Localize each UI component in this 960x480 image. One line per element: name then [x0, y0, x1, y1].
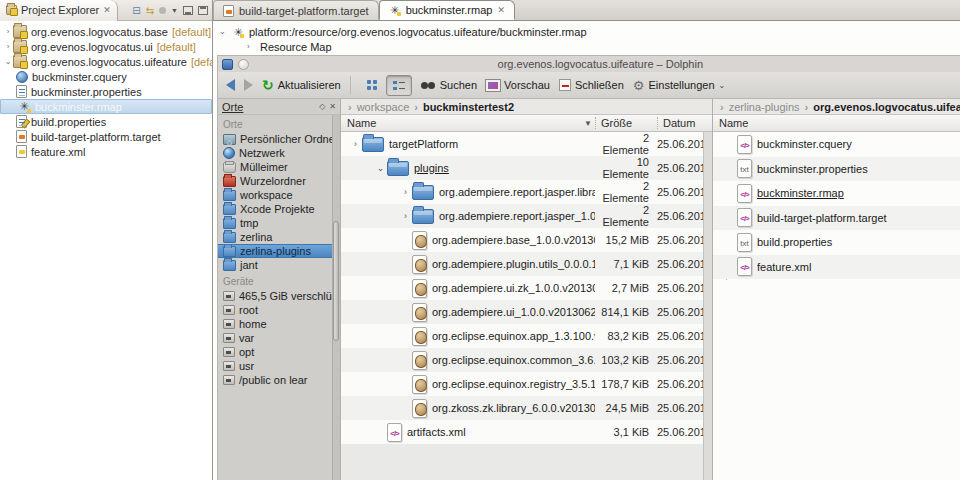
file-name: org.adempiere.base_1.0.0.v20130625-...	[432, 234, 595, 246]
maximize-icon[interactable]	[198, 6, 208, 15]
file-row[interactable]: org.eclipse.equinox.registry_3.5.101.R..…	[341, 372, 712, 396]
device-public-lear[interactable]: /public on lear	[218, 373, 340, 387]
place-jant[interactable]: jant	[218, 258, 340, 272]
file-row-plugins[interactable]: ⌄ plugins 10 Elemente 25.06.2013 1	[341, 156, 712, 180]
back-icon[interactable]	[226, 79, 235, 91]
column-date[interactable]: Datum	[657, 117, 712, 129]
close-icon[interactable]: ✕	[103, 5, 111, 15]
project-explorer-tab[interactable]: Project Explorer ✕	[0, 0, 118, 21]
outline-root-row[interactable]: ⌄ ✳ platform:/resource/org.evenos.logvoc…	[213, 24, 960, 39]
file-row-target[interactable]: build-target-platform.target	[713, 206, 960, 231]
place-home[interactable]: Persönlicher Ordner	[218, 132, 340, 146]
place-network[interactable]: Netzwerk	[218, 146, 340, 160]
expander-icon[interactable]: ›	[247, 42, 255, 51]
forward-icon[interactable]	[244, 79, 253, 91]
file-row[interactable]: org.adempiere.base_1.0.0.v20130625-... 1…	[341, 228, 712, 252]
expander-icon[interactable]: ›	[399, 187, 412, 197]
expander-icon[interactable]: ⌄	[374, 163, 387, 173]
minimize-icon[interactable]	[183, 6, 193, 15]
refresh-button[interactable]: ↻ Aktualisieren	[262, 78, 341, 92]
close-icon[interactable]: ✕	[497, 5, 505, 15]
breadcrumb-workspace[interactable]: workspace	[357, 101, 410, 113]
jar-file-icon	[412, 255, 427, 274]
icon-view-button[interactable]	[360, 75, 386, 96]
column-name[interactable]: Name▼	[341, 117, 595, 129]
tree-item-target[interactable]: build-target-platform.target	[0, 129, 212, 144]
file-row-buckminster-properties[interactable]: buckminster.properties	[713, 157, 960, 182]
settings-button[interactable]: ⚙ Einstellungen ⌄	[633, 79, 725, 92]
tree-item-ui[interactable]: › org.evenos.logvocatus.ui [default]	[0, 39, 212, 54]
device-opt[interactable]: opt	[218, 345, 340, 359]
file-row[interactable]: org.adempiere.ui.zk_1.0.0.v20130625-... …	[341, 276, 712, 300]
file-row[interactable]: org.eclipse.equinox.common_3.6.0.v2... 1…	[341, 348, 712, 372]
tree-item-base[interactable]: › org.evenos.logvocatus.base [default]	[0, 24, 212, 39]
editor-tab-target[interactable]: build-target-platform.target	[213, 0, 379, 20]
close-split-button[interactable]: Schließen	[559, 79, 624, 91]
place-zerlina-plugins-selected[interactable]: zerlina-plugins	[218, 244, 340, 258]
tree-item-cquery[interactable]: buckminster.cquery	[0, 69, 212, 84]
file-row-targetplatform[interactable]: › targetPlatform 2 Elemente 25.06.2013 1	[341, 132, 712, 156]
places-scrollbar[interactable]	[332, 115, 340, 480]
place-workspace[interactable]: workspace	[218, 188, 340, 202]
link-with-editor-icon[interactable]: ⇆	[146, 5, 154, 16]
expander-icon[interactable]: ⌄	[3, 57, 13, 66]
device-encrypted[interactable]: 465,5 GiB verschlüsselter C	[218, 289, 340, 303]
file-row[interactable]: › org.adempiere.report.jasper_1.0.0.v2..…	[341, 204, 712, 228]
editor-tab-rmap[interactable]: ✳ buckminster.rmap ✕	[379, 0, 515, 20]
collapse-all-icon[interactable]: ⊟	[132, 5, 140, 16]
file-row[interactable]: org.adempiere.plugin.utils_0.0.0.1.jar 7…	[341, 252, 712, 276]
place-label: workspace	[240, 189, 293, 201]
file-row-rmap[interactable]: buckminster.rmap	[713, 181, 960, 206]
file-row[interactable]: › org.adempiere.report.jasper.library_1.…	[341, 180, 712, 204]
column-size[interactable]: Größe	[595, 117, 657, 129]
place-tmp[interactable]: tmp	[218, 216, 340, 230]
tree-item-rmap-selected[interactable]: ✳ buckminster.rmap	[0, 99, 212, 114]
place-root-folder[interactable]: Wurzelordner	[218, 174, 340, 188]
tree-item-build-properties[interactable]: build.properties	[0, 114, 212, 129]
breadcrumb-zerlina-plugins[interactable]: zerlina-plugins	[729, 101, 800, 113]
rmap-file-icon: ✳	[232, 26, 244, 38]
view-menu-icon[interactable]	[159, 7, 166, 14]
tree-item-properties[interactable]: buckminster.properties	[0, 84, 212, 99]
search-icon	[421, 81, 436, 90]
dropdown-menu-icon[interactable]: ▼	[171, 7, 178, 14]
place-trash[interactable]: Mülleimer	[218, 160, 340, 174]
device-root[interactable]: root	[218, 303, 340, 317]
file-row-artifacts[interactable]: artifacts.xml 3,1 KiB 25.06.2013 1	[341, 420, 712, 444]
column-name[interactable]: Name	[713, 117, 960, 129]
place-xcode[interactable]: Xcode Projekte	[218, 202, 340, 216]
file-row-build-properties[interactable]: build.properties	[713, 230, 960, 255]
device-home[interactable]: home	[218, 317, 340, 331]
float-panel-icon[interactable]: ◇	[319, 102, 325, 111]
outline-child-row[interactable]: › Resource Map	[213, 39, 960, 54]
device-usr[interactable]: usr	[218, 359, 340, 373]
file-row[interactable]: org.eclipse.equinox.app_1.3.100.v201... …	[341, 324, 712, 348]
place-zerlina[interactable]: zerlina	[218, 230, 340, 244]
file-row[interactable]: org.zkoss.zk.library_6.0.0.v20130625-...…	[341, 396, 712, 420]
expander-icon[interactable]: ⌄	[219, 27, 227, 36]
dolphin-titlebar: org.evenos.logvocatus.uifeature – Dolphi…	[218, 56, 960, 72]
chevron-right-icon: ›	[348, 101, 352, 113]
file-name: org.adempiere.plugin.utils_0.0.0.1.jar	[432, 258, 595, 270]
vertical-scrollbar[interactable]	[703, 132, 712, 480]
preview-button[interactable]: Vorschau	[486, 79, 550, 91]
expander-icon[interactable]: ›	[399, 211, 412, 221]
expander-icon[interactable]: ›	[3, 42, 13, 51]
details-view-button[interactable]	[386, 75, 412, 96]
device-var[interactable]: var	[218, 331, 340, 345]
expander-icon[interactable]: ›	[3, 27, 13, 36]
file-row-cquery[interactable]: buckminster.cquery	[713, 132, 960, 157]
jar-file-icon	[412, 399, 427, 418]
file-row[interactable]: org.adempiere.ui_1.0.0.v20130625-11... 8…	[341, 300, 712, 324]
dolphin-toolbar: ↻ Aktualisieren Suchen Vorschau	[218, 72, 960, 99]
tree-item-feature-xml[interactable]: feature.xml	[0, 144, 212, 159]
expander-icon[interactable]: ›	[349, 139, 362, 149]
breadcrumb-current[interactable]: buckminstertest2	[423, 101, 514, 113]
search-button[interactable]: Suchen	[421, 79, 477, 91]
close-panel-icon[interactable]: ✕	[329, 102, 336, 111]
file-name: org.eclipse.equinox.registry_3.5.101.R..…	[432, 378, 595, 390]
file-row-feature-xml[interactable]: feature.xml	[713, 255, 960, 280]
breadcrumb-current[interactable]: org.evenos.logvocatus.uifeature	[813, 101, 960, 113]
scrollbar-thumb[interactable]	[333, 221, 339, 341]
tree-item-uifeature[interactable]: ⌄ org.evenos.logvocatus.uifeature [defau…	[0, 54, 212, 69]
